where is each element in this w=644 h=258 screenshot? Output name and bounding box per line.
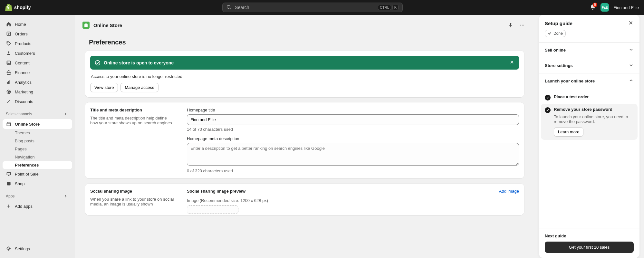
homepage-title-input[interactable] [187, 114, 519, 125]
svg-rect-5 [7, 61, 10, 64]
svg-point-12 [8, 91, 9, 92]
task-remove-password[interactable]: Remove your store password To launch you… [541, 104, 638, 140]
learn-more-button[interactable]: Learn more [554, 127, 583, 137]
add-channel-button[interactable] [62, 111, 69, 117]
section-help: The title and meta description help defi… [90, 116, 174, 125]
nav-pos[interactable]: Point of Sale [3, 169, 72, 179]
more-button[interactable] [518, 21, 527, 30]
accordion-sell-online[interactable]: Sell online [539, 43, 639, 58]
avatar[interactable]: FaE [601, 3, 609, 12]
task-test-order[interactable]: Place a test order [541, 91, 638, 104]
svg-point-1 [227, 5, 230, 9]
banner-card: Online store is open to everyone Access … [85, 51, 524, 97]
check-icon [548, 32, 552, 35]
svg-point-15 [8, 248, 10, 250]
analytics-icon [6, 79, 12, 85]
nav-add-apps[interactable]: Add apps [3, 201, 72, 211]
page-title: Preferences [89, 39, 520, 46]
nav-themes[interactable]: Themes [3, 129, 72, 137]
nav-pages[interactable]: Pages [3, 145, 72, 153]
nav-online-store[interactable]: Online Store [3, 119, 72, 129]
pin-button[interactable] [506, 21, 515, 30]
nav-content[interactable]: Content [3, 58, 72, 68]
image-dropzone[interactable] [187, 205, 238, 214]
homepage-meta-input[interactable] [187, 143, 519, 166]
nav-home[interactable]: Home [3, 19, 72, 29]
next-guide-label: Next guide [545, 234, 634, 238]
customers-icon [6, 50, 12, 56]
svg-point-4 [8, 51, 10, 53]
svg-rect-9 [9, 80, 10, 84]
add-image-link[interactable]: Add image [499, 189, 519, 194]
social-card: Social sharing image When you share a li… [85, 184, 524, 215]
nav-products[interactable]: Products [3, 39, 72, 48]
topbar: shopify Search CTRL K 5 FaE Finn and Ell… [0, 0, 644, 15]
view-store-button[interactable]: View store [90, 83, 118, 92]
setup-guide-panel: Setup guide Done Sell online Store setti… [539, 15, 639, 258]
chevron-up-icon [629, 78, 634, 84]
accordion-store-settings[interactable]: Store settings [539, 58, 639, 73]
banner-close-button[interactable] [509, 60, 514, 66]
user-name[interactable]: Finn and Ellie [613, 5, 639, 10]
nav-finance[interactable]: Finance [3, 68, 72, 77]
plus-icon [6, 203, 12, 209]
notifications-button[interactable]: 5 [590, 4, 596, 11]
setup-title: Setup guide [545, 21, 572, 26]
breadcrumb: Online Store [93, 23, 122, 28]
finance-icon [6, 70, 12, 75]
nav-settings[interactable]: Settings [3, 244, 72, 253]
marketing-icon [6, 89, 12, 95]
notification-badge: 5 [593, 3, 597, 7]
nav-navigation[interactable]: Navigation [3, 153, 72, 161]
chevron-down-icon [629, 62, 634, 69]
svg-rect-14 [7, 182, 10, 185]
search-placeholder: Search [235, 5, 249, 10]
svg-rect-13 [7, 172, 10, 175]
chevron-right-icon [63, 112, 68, 116]
image-hint: Image (Recommended size: 1200 x 628 px) [187, 198, 519, 203]
svg-point-16 [520, 25, 521, 25]
nav-analytics[interactable]: Analytics [3, 77, 72, 87]
close-icon [509, 60, 514, 65]
manage-access-button[interactable]: Manage access [120, 83, 158, 92]
section-heading: Title and meta description [90, 108, 174, 112]
pin-icon [508, 23, 513, 28]
social-preview-label: Social sharing image preview [187, 189, 245, 194]
accordion-launch-store[interactable]: Launch your online store [539, 73, 639, 89]
homepage-meta-label: Homepage meta description [187, 136, 519, 141]
apps-expand-button[interactable] [62, 193, 69, 199]
main-content: Online Store Preferences Online store is… [75, 15, 534, 258]
nav-customers[interactable]: Customers [3, 48, 72, 58]
banner-subtext: Access to your online store is no longer… [91, 74, 518, 79]
nav-orders[interactable]: Orders [3, 29, 72, 39]
open-banner: Online store is open to everyone [90, 56, 519, 70]
nav-marketing[interactable]: Marketing [3, 87, 72, 97]
svg-point-3 [8, 43, 8, 43]
svg-rect-8 [8, 81, 9, 84]
title-meta-card: Title and meta description The title and… [85, 102, 524, 178]
check-filled-icon [545, 95, 551, 100]
search-box[interactable]: Search CTRL K [222, 3, 403, 12]
done-badge: Done [545, 30, 566, 37]
search-icon [226, 5, 232, 10]
online-store-icon [82, 22, 90, 29]
svg-point-6 [8, 62, 8, 62]
nav-preferences[interactable]: Preferences [3, 161, 72, 169]
nav-blog-posts[interactable]: Blog posts [3, 137, 72, 145]
nav-shop[interactable]: Shop [3, 179, 72, 188]
check-circle-icon [95, 60, 101, 66]
pos-icon [6, 171, 12, 177]
chevron-right-icon [63, 194, 68, 198]
keyboard-shortcut: CTRL K [378, 5, 399, 10]
shopify-logo[interactable]: shopify [5, 4, 35, 11]
get-first-sales-button[interactable]: Get your first 10 sales [545, 242, 634, 253]
homepage-meta-help: 0 of 320 characters used [187, 168, 519, 173]
nav-discounts[interactable]: Discounts [3, 97, 72, 106]
setup-close-button[interactable] [628, 20, 634, 27]
svg-point-17 [522, 25, 523, 25]
home-icon [6, 21, 12, 27]
svg-point-18 [524, 25, 524, 25]
homepage-title-help: 14 of 70 characters used [187, 127, 519, 132]
chevron-down-icon [629, 47, 634, 53]
social-help: When you share a link to your store on s… [90, 197, 174, 206]
